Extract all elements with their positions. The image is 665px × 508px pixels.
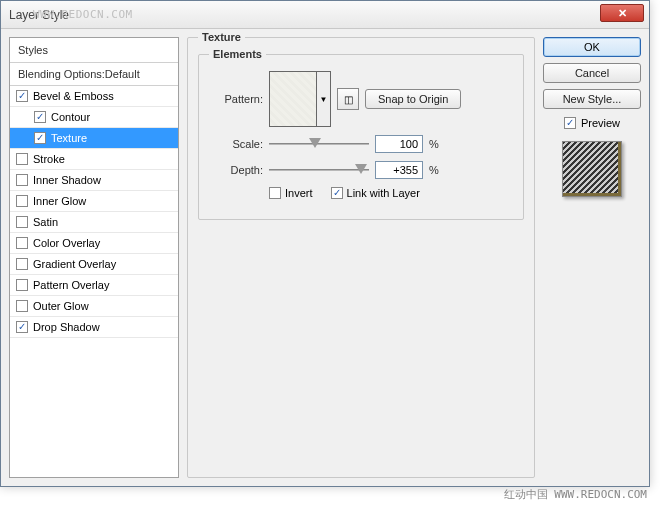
watermark-bottom: 红动中国 WWW.REDOCN.COM: [504, 487, 647, 502]
style-item-satin[interactable]: Satin: [10, 212, 178, 233]
pattern-label: Pattern:: [211, 93, 263, 105]
style-item-inner-glow[interactable]: Inner Glow: [10, 191, 178, 212]
style-item-stroke[interactable]: Stroke: [10, 149, 178, 170]
style-item-color-overlay[interactable]: Color Overlay: [10, 233, 178, 254]
elements-group: Elements Pattern: ▼ ◫ Snap to Origin: [198, 54, 524, 220]
link-with-layer-checkbox[interactable]: Link with Layer: [331, 187, 420, 199]
style-item-bevel-emboss[interactable]: Bevel & Emboss: [10, 86, 178, 107]
checkbox-icon[interactable]: [34, 132, 46, 144]
style-item-label: Inner Glow: [33, 195, 86, 207]
style-item-texture[interactable]: Texture: [10, 128, 178, 149]
checkbox-icon[interactable]: [16, 258, 28, 270]
checkbox-icon[interactable]: [16, 279, 28, 291]
scale-row: Scale: %: [211, 135, 511, 153]
style-item-drop-shadow[interactable]: Drop Shadow: [10, 317, 178, 338]
style-item-inner-shadow[interactable]: Inner Shadow: [10, 170, 178, 191]
style-item-label: Satin: [33, 216, 58, 228]
dialog-body: Styles Blending Options:Default Bevel & …: [1, 29, 649, 486]
preview-checkbox[interactable]: Preview: [543, 117, 641, 129]
pattern-picker[interactable]: ▼: [269, 71, 331, 127]
new-style-button[interactable]: New Style...: [543, 89, 641, 109]
texture-group-label: Texture: [198, 31, 245, 43]
style-item-label: Outer Glow: [33, 300, 89, 312]
link-label: Link with Layer: [347, 187, 420, 199]
scale-label: Scale:: [211, 138, 263, 150]
style-item-pattern-overlay[interactable]: Pattern Overlay: [10, 275, 178, 296]
preview-label: Preview: [581, 117, 620, 129]
style-item-label: Texture: [51, 132, 87, 144]
checkbox-icon: [331, 187, 343, 199]
elements-group-label: Elements: [209, 48, 266, 60]
scale-unit: %: [429, 138, 439, 150]
style-item-gradient-overlay[interactable]: Gradient Overlay: [10, 254, 178, 275]
depth-unit: %: [429, 164, 439, 176]
scale-slider[interactable]: [269, 136, 369, 152]
center-panel: Texture Elements Pattern: ▼ ◫ Snap to Or…: [187, 37, 535, 478]
pattern-thumb: [270, 72, 316, 126]
watermark-top: WWW.REDOCN.COM: [33, 8, 133, 21]
checkbox-icon[interactable]: [16, 174, 28, 186]
ok-button[interactable]: OK: [543, 37, 641, 57]
layer-style-dialog: Layer Style WWW.REDOCN.COM ✕ Styles Blen…: [0, 0, 650, 487]
style-item-label: Contour: [51, 111, 90, 123]
invert-label: Invert: [285, 187, 313, 199]
cancel-button[interactable]: Cancel: [543, 63, 641, 83]
checkbox-icon[interactable]: [16, 321, 28, 333]
styles-header[interactable]: Styles: [10, 38, 178, 63]
checkbox-icon[interactable]: [16, 90, 28, 102]
checkbox-icon: [564, 117, 576, 129]
scale-input[interactable]: [375, 135, 423, 153]
checkbox-icon[interactable]: [16, 237, 28, 249]
checkbox-icon: [269, 187, 281, 199]
style-item-label: Pattern Overlay: [33, 279, 109, 291]
depth-row: Depth: %: [211, 161, 511, 179]
new-preset-button[interactable]: ◫: [337, 88, 359, 110]
checkbox-icon[interactable]: [16, 216, 28, 228]
depth-input[interactable]: [375, 161, 423, 179]
style-item-label: Drop Shadow: [33, 321, 100, 333]
preview-thumbnail: [562, 141, 622, 197]
snap-to-origin-button[interactable]: Snap to Origin: [365, 89, 461, 109]
texture-group: Texture Elements Pattern: ▼ ◫ Snap to Or…: [187, 37, 535, 478]
depth-slider[interactable]: [269, 162, 369, 178]
style-item-label: Gradient Overlay: [33, 258, 116, 270]
titlebar: Layer Style WWW.REDOCN.COM ✕: [1, 1, 649, 29]
style-item-label: Inner Shadow: [33, 174, 101, 186]
checkbox-icon[interactable]: [34, 111, 46, 123]
close-icon: ✕: [618, 7, 627, 20]
style-item-label: Color Overlay: [33, 237, 100, 249]
blending-options[interactable]: Blending Options:Default: [10, 63, 178, 86]
style-item-label: Stroke: [33, 153, 65, 165]
styles-list: Bevel & EmbossContourTextureStrokeInner …: [10, 86, 178, 338]
close-button[interactable]: ✕: [600, 4, 644, 22]
checkbox-icon[interactable]: [16, 300, 28, 312]
styles-panel: Styles Blending Options:Default Bevel & …: [9, 37, 179, 478]
checkbox-icon[interactable]: [16, 153, 28, 165]
invert-checkbox[interactable]: Invert: [269, 187, 313, 199]
checkbox-icon[interactable]: [16, 195, 28, 207]
depth-label: Depth:: [211, 164, 263, 176]
checks-row: Invert Link with Layer: [211, 187, 511, 199]
pattern-row: Pattern: ▼ ◫ Snap to Origin: [211, 71, 511, 127]
right-panel: OK Cancel New Style... Preview: [543, 37, 641, 478]
chevron-down-icon[interactable]: ▼: [316, 72, 330, 126]
style-item-label: Bevel & Emboss: [33, 90, 114, 102]
style-item-outer-glow[interactable]: Outer Glow: [10, 296, 178, 317]
style-item-contour[interactable]: Contour: [10, 107, 178, 128]
create-icon: ◫: [344, 94, 353, 105]
